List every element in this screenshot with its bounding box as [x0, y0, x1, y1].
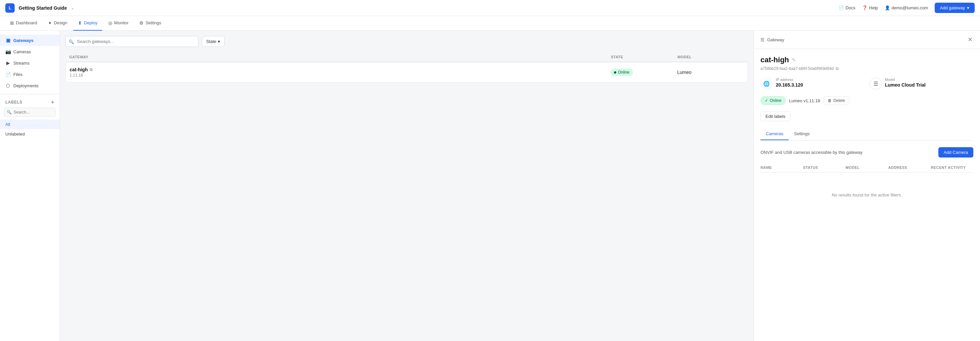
- status-badge: Online: [611, 68, 633, 76]
- table-header: Gateway State Model: [65, 52, 748, 62]
- gateway-name-cell: cat-high ⧉ 1.11.18: [70, 67, 611, 78]
- detail-tab-cameras[interactable]: Cameras: [760, 128, 789, 140]
- close-detail-button[interactable]: ✕: [967, 35, 973, 44]
- gateway-id-row: a758bb29-faa2-4aa7-b86f-5da6f969d94d ⧉: [760, 66, 973, 71]
- state-filter-dropdown[interactable]: State ▾: [202, 36, 224, 47]
- check-icon: ✓: [765, 98, 768, 103]
- chevron-down-icon: ▾: [218, 39, 220, 44]
- add-label-button[interactable]: +: [51, 100, 54, 105]
- tab-design[interactable]: ✦ Design: [43, 16, 72, 31]
- sidebar-item-deployments[interactable]: ⬡ Deployments: [0, 80, 60, 91]
- ip-address-card: 🌐 IP address 20.165.3.120: [760, 78, 864, 90]
- nav-tabs: ⊞ Dashboard ✦ Design ⬆ Deploy ◎ Monitor …: [0, 16, 980, 31]
- sidebar-divider: [0, 94, 60, 94]
- help-icon: ❓: [862, 5, 867, 10]
- files-icon: 📄: [5, 71, 11, 77]
- app-title: Getting Started Guide: [19, 5, 67, 11]
- edit-name-icon[interactable]: ✎: [792, 57, 796, 63]
- detail-tab-settings[interactable]: Settings: [789, 128, 815, 140]
- app-logo: L: [5, 3, 15, 13]
- cameras-icon: 📷: [5, 49, 11, 54]
- model-icon: ☰: [870, 78, 882, 90]
- user-icon: 👤: [885, 5, 890, 10]
- settings-icon: ⚙: [139, 20, 143, 25]
- docs-link[interactable]: 📄 Docs: [838, 5, 856, 10]
- streams-icon: ▶: [5, 60, 11, 66]
- gateway-table: Gateway State Model cat-high ⧉ 1.11.18: [60, 52, 754, 84]
- help-link[interactable]: ❓ Help: [862, 5, 878, 10]
- detail-name-row: cat-high ✎: [760, 56, 973, 64]
- detail-body: cat-high ✎ a758bb29-faa2-4aa7-b86f-5da6f…: [754, 49, 980, 217]
- labels-header: Labels +: [0, 97, 60, 106]
- sidebar: ▣ Gateways 📷 Cameras ▶ Streams 📄 Files ⬡…: [0, 31, 60, 341]
- topbar: L Getting Started Guide ⌄ 📄 Docs ❓ Help …: [0, 0, 980, 16]
- search-gateways-input[interactable]: [65, 36, 199, 47]
- deployments-icon: ⬡: [5, 83, 11, 88]
- labels-search-input[interactable]: [4, 108, 56, 117]
- chevron-down-icon[interactable]: ⌄: [71, 6, 74, 10]
- delete-icon: 🗑: [828, 98, 832, 103]
- sidebar-item-gateways[interactable]: ▣ Gateways: [0, 35, 60, 46]
- search-icon: 🔍: [68, 39, 74, 44]
- topbar-right: 📄 Docs ❓ Help 👤 demo@lumeo.com Add gatew…: [838, 3, 975, 13]
- labels-search-wrap: 🔍: [4, 108, 56, 117]
- sidebar-item-files[interactable]: 📄 Files: [0, 68, 60, 80]
- design-icon: ✦: [48, 20, 52, 25]
- edit-labels-button[interactable]: Edit labels: [760, 111, 791, 121]
- gateway-list: 🔍 State ▾ Gateway State Model ca: [60, 31, 754, 341]
- sidebar-item-cameras[interactable]: 📷 Cameras: [0, 46, 60, 57]
- gateway-status-cell: Online: [611, 68, 677, 76]
- table-row[interactable]: cat-high ⧉ 1.11.18 Online Lumeo: [65, 62, 748, 82]
- docs-icon: 📄: [838, 5, 844, 10]
- dashboard-icon: ⊞: [10, 20, 14, 25]
- detail-actions: ✓ Online Lumeo v1.11.18 🗑 Delete: [760, 96, 973, 105]
- delete-button[interactable]: 🗑 Delete: [823, 96, 850, 105]
- camera-table-header: Name Status Model Address Recent activit…: [760, 163, 973, 173]
- tab-deploy[interactable]: ⬆ Deploy: [73, 16, 102, 31]
- copy-id-icon[interactable]: ⧉: [836, 66, 839, 71]
- detail-tabs: Cameras Settings: [760, 128, 973, 141]
- topbar-left: L Getting Started Guide ⌄: [5, 3, 74, 13]
- gateway-detail-name: cat-high: [760, 56, 789, 64]
- monitor-icon: ◎: [108, 20, 112, 25]
- main-layout: ▣ Gateways 📷 Cameras ▶ Streams 📄 Files ⬡…: [0, 31, 980, 341]
- add-camera-button[interactable]: Add Camera: [939, 147, 973, 157]
- main-content: 🔍 State ▾ Gateway State Model ca: [60, 31, 980, 341]
- deploy-icon: ⬆: [78, 20, 82, 25]
- gateway-model-cell: Lumeo: [677, 70, 744, 75]
- status-pill: ✓ Online: [760, 96, 786, 105]
- gateway-list-toolbar: 🔍 State ▾: [60, 31, 754, 52]
- sidebar-item-streams[interactable]: ▶ Streams: [0, 57, 60, 68]
- tab-monitor[interactable]: ◎ Monitor: [103, 16, 133, 31]
- no-results-message: No results found for the active filters.: [760, 179, 973, 211]
- detail-header-title: ☰ Gateway: [760, 37, 784, 42]
- detail-panel: ☰ Gateway ✕ cat-high ✎ a758bb29-faa2-4aa…: [754, 31, 980, 341]
- gateways-icon: ▣: [5, 38, 11, 43]
- status-dot: [614, 71, 616, 74]
- tab-dashboard[interactable]: ⊞ Dashboard: [5, 16, 42, 31]
- detail-info-grid: 🌐 IP address 20.165.3.120 ☰ Model Lumeo …: [760, 78, 973, 90]
- chevron-down-icon: ▾: [967, 5, 969, 10]
- search-input-wrap: 🔍: [65, 36, 199, 47]
- ip-address-icon: 🌐: [760, 78, 773, 90]
- detail-panel-header: ☰ Gateway ✕: [754, 31, 980, 49]
- user-menu[interactable]: 👤 demo@lumeo.com: [885, 5, 928, 10]
- version-text: Lumeo v1.11.18: [789, 98, 820, 103]
- label-item-all[interactable]: All: [0, 119, 60, 129]
- tab-settings[interactable]: ⚙ Settings: [135, 16, 166, 31]
- copy-icon[interactable]: ⧉: [90, 67, 92, 72]
- add-gateway-button[interactable]: Add gateway ▾: [935, 3, 975, 13]
- camera-section-header: ONVIF and USB cameras accessible by this…: [760, 147, 973, 157]
- label-item-unlabeled[interactable]: Unlabeled: [0, 129, 60, 139]
- gateway-list-icon: ☰: [760, 37, 764, 42]
- model-card: ☰ Model Lumeo Cloud Trial: [870, 78, 974, 90]
- search-icon: 🔍: [7, 110, 12, 114]
